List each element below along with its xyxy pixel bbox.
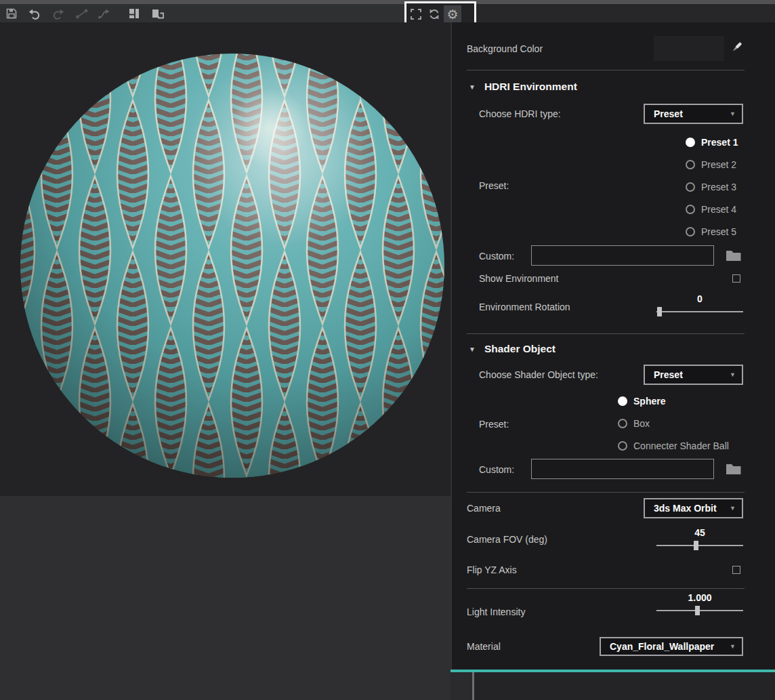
- camera-row: Camera: [467, 498, 501, 518]
- background-color-label: Background Color: [467, 43, 543, 54]
- shader-preset-label: Preset:: [479, 419, 509, 430]
- slider-track[interactable]: [656, 545, 743, 546]
- divider: [467, 492, 745, 493]
- radio-label: Preset 1: [701, 137, 738, 148]
- settings-button[interactable]: ⚙: [444, 5, 461, 23]
- radio-label: Box: [633, 418, 650, 429]
- main-toolbar: ⚙: [0, 4, 775, 22]
- redo-icon: [51, 7, 65, 20]
- radio-label: Sphere: [633, 396, 665, 407]
- radio-label: Preset 2: [701, 159, 736, 170]
- hdri-custom-label: Custom:: [479, 251, 514, 262]
- radio-icon: [686, 205, 695, 214]
- shader-browse-button[interactable]: [725, 461, 744, 477]
- show-environment-label: Show Environment: [479, 273, 559, 284]
- folder-icon: [725, 248, 742, 263]
- gear-icon: ⚙: [446, 8, 458, 21]
- environment-rotation-value: 0: [656, 293, 743, 306]
- background-color-swatch[interactable]: [654, 36, 724, 61]
- shader-type-dropdown[interactable]: Preset ▼: [644, 365, 743, 385]
- shader-sphere-radio[interactable]: Sphere: [618, 394, 665, 409]
- fullscreen-button[interactable]: [407, 6, 425, 22]
- hdri-preset-5-radio[interactable]: Preset 5: [686, 224, 736, 239]
- show-environment-row: Show Environment: [479, 268, 743, 289]
- light-intensity-value: 1.000: [656, 592, 743, 604]
- hdri-preset-2-radio[interactable]: Preset 2: [686, 157, 736, 172]
- slider-thumb[interactable]: [694, 541, 698, 550]
- radio-label: Preset 5: [701, 226, 736, 237]
- camera-fov-slider[interactable]: 45: [656, 527, 743, 546]
- hdri-section-title: HDRI Environment: [484, 81, 577, 93]
- link-nodes-button[interactable]: [73, 5, 91, 22]
- flip-yz-checkbox[interactable]: [732, 566, 740, 574]
- duplicate-view-icon: [150, 7, 165, 20]
- layout-grid-button[interactable]: [125, 5, 143, 22]
- slider-track[interactable]: [656, 311, 743, 312]
- duplicate-view-button[interactable]: [149, 5, 167, 22]
- choose-hdri-type-label: Choose HDRI type:: [479, 108, 561, 119]
- environment-rotation-slider[interactable]: 0: [656, 293, 743, 312]
- camera-value: 3ds Max Orbit: [654, 503, 717, 514]
- flip-yz-label: Flip YZ Axis: [467, 564, 517, 575]
- viewport-lower-area: [0, 496, 451, 700]
- chevron-down-icon: ▼: [730, 110, 736, 117]
- divider: [467, 588, 745, 589]
- radio-label: Connecter Shader Ball: [633, 440, 729, 451]
- redo-button[interactable]: [49, 5, 67, 22]
- eyedropper-button[interactable]: [728, 39, 745, 58]
- hdri-preset-4-radio[interactable]: Preset 4: [686, 202, 736, 217]
- show-environment-checkbox[interactable]: [732, 274, 740, 283]
- bottom-strip-left: [451, 672, 472, 700]
- connect-nodes-button[interactable]: [96, 5, 114, 22]
- choose-shader-type-label: Choose Shader Object type:: [479, 369, 598, 380]
- radio-selected-icon: [686, 138, 695, 147]
- camera-label: Camera: [467, 503, 501, 514]
- hdri-custom-input[interactable]: [531, 245, 714, 266]
- toolbar-left-group: [0, 4, 404, 22]
- hdri-type-dropdown[interactable]: Preset ▼: [644, 104, 743, 124]
- refresh-button[interactable]: [425, 6, 443, 22]
- chevron-down-icon: ▼: [730, 505, 736, 512]
- radio-label: Preset 3: [701, 182, 736, 192]
- connect-nodes-icon: [98, 7, 112, 20]
- environment-rotation-label: Environment Rotation: [479, 302, 570, 312]
- shader-custom-label: Custom:: [479, 464, 514, 475]
- link-nodes-icon: [75, 7, 89, 20]
- hdri-type-value: Preset: [654, 108, 683, 119]
- material-row: Material: [467, 637, 501, 656]
- hdri-preset-3-radio[interactable]: Preset 3: [686, 180, 736, 194]
- shader-section-header[interactable]: ▼ Shader Object: [469, 343, 556, 355]
- choose-shader-type-row: Choose Shader Object type:: [479, 365, 598, 385]
- app-window: ⚙: [0, 0, 775, 700]
- undo-button[interactable]: [26, 5, 43, 22]
- fullscreen-icon: [409, 7, 423, 21]
- refresh-icon: [427, 7, 441, 21]
- save-button[interactable]: [3, 5, 20, 22]
- shader-connecter-ball-radio[interactable]: Connecter Shader Ball: [618, 438, 729, 453]
- camera-fov-value: 45: [656, 527, 743, 539]
- divider: [467, 333, 745, 334]
- slider-thumb[interactable]: [695, 606, 700, 615]
- shader-box-radio[interactable]: Box: [618, 416, 650, 431]
- shader-custom-input[interactable]: [531, 459, 714, 479]
- hdri-preset-1-radio[interactable]: Preset 1: [686, 135, 738, 150]
- chevron-down-icon: ▼: [730, 371, 736, 378]
- 3d-viewport[interactable]: [0, 22, 451, 496]
- undo-icon: [28, 7, 41, 20]
- light-intensity-slider[interactable]: 1.000: [656, 592, 743, 611]
- radio-icon: [686, 182, 695, 192]
- folder-icon: [725, 461, 742, 476]
- camera-dropdown[interactable]: 3ds Max Orbit ▼: [644, 498, 743, 518]
- camera-fov-label: Camera FOV (deg): [467, 534, 547, 545]
- material-value: Cyan_Floral_Wallpaper: [610, 641, 714, 652]
- material-dropdown[interactable]: Cyan_Floral_Wallpaper ▼: [600, 637, 743, 656]
- slider-thumb[interactable]: [657, 307, 662, 316]
- slider-track[interactable]: [656, 610, 743, 611]
- shader-section-title: Shader Object: [484, 343, 556, 355]
- settings-panel: Background Color ▼ HDRI Environment Choo…: [451, 22, 775, 670]
- collapse-triangle-icon: ▼: [469, 346, 476, 353]
- light-intensity-label: Light Intensity: [467, 606, 525, 617]
- hdri-browse-button[interactable]: [725, 247, 744, 264]
- bottom-strip-right: [474, 672, 775, 700]
- hdri-section-header[interactable]: ▼ HDRI Environment: [469, 81, 577, 93]
